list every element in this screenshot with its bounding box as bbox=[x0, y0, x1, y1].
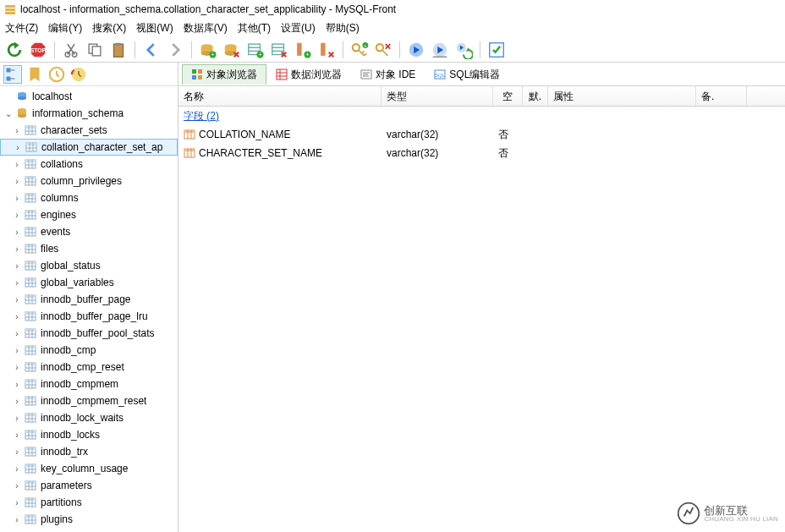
run-refresh-button[interactable] bbox=[454, 41, 473, 59]
expander-icon[interactable]: › bbox=[12, 311, 22, 321]
expander-icon[interactable]: › bbox=[12, 210, 22, 220]
tree-table[interactable]: ›innodb_buffer_pool_stats bbox=[0, 325, 178, 342]
tree-table[interactable]: ›files bbox=[0, 240, 178, 257]
expander-icon[interactable]: › bbox=[12, 463, 22, 474]
tree-table[interactable]: ›innodb_locks bbox=[0, 426, 178, 443]
expander-icon[interactable]: › bbox=[12, 345, 22, 355]
menu-file[interactable]: 文件(Z) bbox=[5, 21, 38, 36]
expander-icon[interactable]: › bbox=[12, 430, 22, 440]
tree-table[interactable]: ›global_variables bbox=[0, 274, 178, 291]
section-title[interactable]: 字段 (2) bbox=[184, 109, 219, 123]
tree-table[interactable]: ›events bbox=[0, 223, 178, 240]
tab-data-browser[interactable]: 数据浏览器 bbox=[266, 64, 351, 85]
key-add-button[interactable]: + bbox=[350, 41, 369, 59]
table-add-button[interactable]: + bbox=[246, 41, 265, 59]
field-icon bbox=[184, 129, 195, 140]
tree-table[interactable]: ›character_sets bbox=[0, 122, 178, 139]
menu-settings[interactable]: 设置(U) bbox=[281, 21, 316, 36]
tree-table[interactable]: ›innodb_trx bbox=[0, 443, 178, 460]
expander-icon[interactable]: ⌄ bbox=[3, 108, 14, 118]
tree-table[interactable]: ›columns bbox=[0, 189, 178, 206]
table-row[interactable]: CHARACTER_SET_NAMEvarchar(32)否 bbox=[178, 144, 785, 162]
tree-table[interactable]: ›global_status bbox=[0, 257, 178, 274]
tab-sql-editor[interactable]: SQL SQL编辑器 bbox=[425, 64, 509, 85]
tree-table[interactable]: ›engines bbox=[0, 206, 178, 223]
expander-icon[interactable]: › bbox=[12, 159, 22, 169]
cut-button[interactable] bbox=[62, 41, 80, 59]
section-row[interactable]: 字段 (2) bbox=[178, 107, 785, 125]
tree-table[interactable]: ›innodb_cmpmem_reset bbox=[0, 392, 178, 409]
table-del-button[interactable] bbox=[270, 41, 288, 59]
tree-table[interactable]: ›collations bbox=[0, 156, 178, 173]
header-remark[interactable]: 备. bbox=[696, 86, 747, 106]
header-name[interactable]: 名称 bbox=[178, 86, 382, 106]
menu-help[interactable]: 帮助(S) bbox=[326, 21, 360, 36]
refresh-button[interactable] bbox=[5, 41, 24, 59]
expander-icon[interactable]: › bbox=[12, 379, 22, 389]
db-del-button[interactable] bbox=[222, 41, 241, 59]
tree-table[interactable]: ›collation_character_set_ap bbox=[0, 139, 178, 156]
tab-object-browser[interactable]: 对象浏览器 bbox=[182, 64, 266, 85]
expander-icon[interactable]: › bbox=[12, 261, 22, 271]
header-default[interactable]: 默. bbox=[523, 86, 548, 106]
bookmark-button[interactable] bbox=[25, 65, 44, 84]
tree-table[interactable]: ›innodb_cmpmem bbox=[0, 376, 178, 392]
expander-icon[interactable]: › bbox=[12, 514, 22, 524]
run-button[interactable] bbox=[407, 41, 425, 59]
expander-icon[interactable] bbox=[3, 91, 14, 101]
tree-table[interactable]: ›innodb_lock_waits bbox=[0, 409, 178, 426]
expander-icon[interactable]: › bbox=[12, 480, 22, 491]
tree-table[interactable]: ›parameters bbox=[0, 477, 178, 494]
header-null[interactable]: 空 bbox=[493, 86, 523, 106]
menu-view[interactable]: 视图(W) bbox=[136, 21, 173, 36]
col-del-button[interactable] bbox=[317, 41, 336, 59]
expander-icon[interactable]: › bbox=[12, 176, 22, 186]
tree-node-icon bbox=[24, 513, 37, 526]
expander-icon[interactable]: › bbox=[12, 497, 22, 507]
menu-database[interactable]: 数据库(V) bbox=[184, 21, 228, 36]
schedule-button[interactable] bbox=[69, 65, 88, 84]
expander-icon[interactable]: › bbox=[12, 244, 22, 254]
expander-icon[interactable]: › bbox=[12, 413, 22, 423]
expander-icon[interactable]: › bbox=[12, 447, 22, 457]
tree-table[interactable]: ›partitions bbox=[0, 494, 178, 511]
back-button[interactable] bbox=[142, 41, 161, 59]
tree-table[interactable]: ›key_column_usage bbox=[0, 460, 178, 477]
key-del-button[interactable] bbox=[374, 41, 392, 59]
history-button[interactable] bbox=[47, 65, 66, 84]
expander-icon[interactable]: › bbox=[12, 277, 22, 288]
copy-button[interactable] bbox=[85, 41, 104, 59]
expander-icon[interactable]: › bbox=[12, 125, 22, 135]
tree-table[interactable]: ›plugins bbox=[0, 511, 178, 528]
forward-button[interactable] bbox=[166, 41, 184, 59]
tree-node-icon bbox=[24, 462, 37, 475]
col-add-button[interactable]: + bbox=[294, 41, 312, 59]
db-add-button[interactable]: + bbox=[199, 41, 217, 59]
paste-button[interactable] bbox=[109, 41, 128, 59]
tree-view-button[interactable] bbox=[3, 65, 22, 84]
menu-search[interactable]: 搜索(X) bbox=[92, 21, 126, 36]
header-type[interactable]: 类型 bbox=[382, 86, 493, 106]
tree-host[interactable]: localhost bbox=[0, 88, 178, 105]
tree-table[interactable]: ›innodb_buffer_page_lru bbox=[0, 308, 178, 325]
tree-table[interactable]: ›innodb_cmp bbox=[0, 342, 178, 359]
tab-object-ide[interactable]: 对象 IDE bbox=[351, 64, 425, 85]
header-attr[interactable]: 属性 bbox=[548, 86, 696, 106]
table-row[interactable]: COLLATION_NAMEvarchar(32)否 bbox=[178, 125, 785, 144]
tree-table[interactable]: ›column_privileges bbox=[0, 173, 178, 189]
run-line-button[interactable] bbox=[431, 41, 449, 59]
menu-misc[interactable]: 其他(T) bbox=[238, 21, 271, 36]
apply-button[interactable] bbox=[487, 41, 506, 59]
expander-icon[interactable]: › bbox=[12, 227, 22, 237]
expander-icon[interactable]: › bbox=[12, 294, 22, 304]
tree-table[interactable]: ›innodb_buffer_page bbox=[0, 291, 178, 308]
stop-button[interactable]: STOP bbox=[29, 41, 47, 59]
expander-icon[interactable]: › bbox=[12, 396, 22, 406]
expander-icon[interactable]: › bbox=[12, 328, 22, 338]
tree-database[interactable]: ⌄information_schema bbox=[0, 105, 178, 122]
expander-icon[interactable]: › bbox=[12, 362, 22, 372]
expander-icon[interactable]: › bbox=[12, 193, 22, 203]
expander-icon[interactable]: › bbox=[13, 142, 23, 152]
menu-edit[interactable]: 编辑(Y) bbox=[48, 21, 82, 36]
tree-table[interactable]: ›innodb_cmp_reset bbox=[0, 359, 178, 376]
